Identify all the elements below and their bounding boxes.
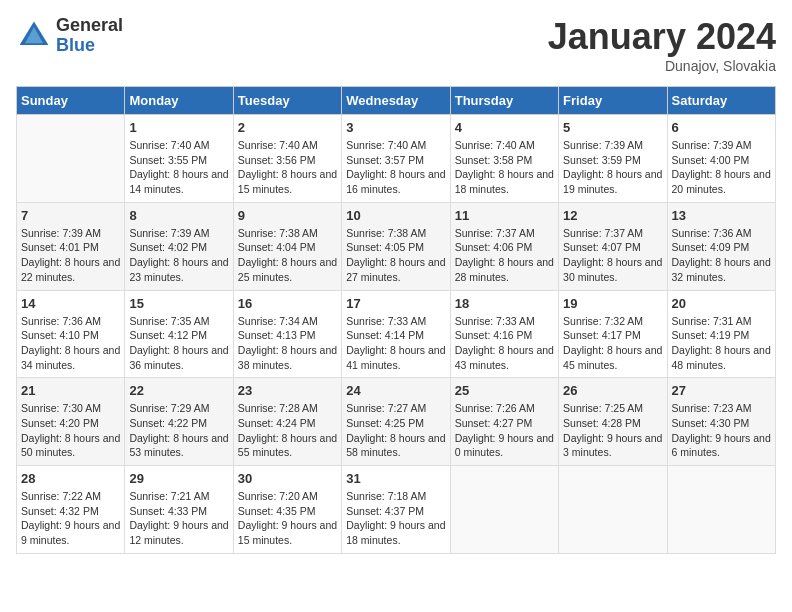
day-info: Sunrise: 7:21 AMSunset: 4:33 PMDaylight:… [129,489,228,548]
day-info: Sunrise: 7:39 AMSunset: 3:59 PMDaylight:… [563,138,662,197]
calendar-week-1: 1Sunrise: 7:40 AMSunset: 3:55 PMDaylight… [17,115,776,203]
calendar-cell [667,466,775,554]
location: Dunajov, Slovakia [548,58,776,74]
day-number: 4 [455,120,554,135]
day-info: Sunrise: 7:37 AMSunset: 4:07 PMDaylight:… [563,226,662,285]
day-number: 7 [21,208,120,223]
header-monday: Monday [125,87,233,115]
day-number: 9 [238,208,337,223]
title-block: January 2024 Dunajov, Slovakia [548,16,776,74]
day-info: Sunrise: 7:30 AMSunset: 4:20 PMDaylight:… [21,401,120,460]
calendar-cell: 31Sunrise: 7:18 AMSunset: 4:37 PMDayligh… [342,466,450,554]
calendar-cell: 4Sunrise: 7:40 AMSunset: 3:58 PMDaylight… [450,115,558,203]
day-info: Sunrise: 7:38 AMSunset: 4:04 PMDaylight:… [238,226,337,285]
day-info: Sunrise: 7:28 AMSunset: 4:24 PMDaylight:… [238,401,337,460]
day-info: Sunrise: 7:33 AMSunset: 4:14 PMDaylight:… [346,314,445,373]
calendar-cell: 19Sunrise: 7:32 AMSunset: 4:17 PMDayligh… [559,290,667,378]
day-info: Sunrise: 7:29 AMSunset: 4:22 PMDaylight:… [129,401,228,460]
day-info: Sunrise: 7:40 AMSunset: 3:55 PMDaylight:… [129,138,228,197]
calendar-week-2: 7Sunrise: 7:39 AMSunset: 4:01 PMDaylight… [17,202,776,290]
calendar-week-5: 28Sunrise: 7:22 AMSunset: 4:32 PMDayligh… [17,466,776,554]
calendar-cell: 24Sunrise: 7:27 AMSunset: 4:25 PMDayligh… [342,378,450,466]
calendar-cell: 29Sunrise: 7:21 AMSunset: 4:33 PMDayligh… [125,466,233,554]
day-number: 3 [346,120,445,135]
calendar-week-3: 14Sunrise: 7:36 AMSunset: 4:10 PMDayligh… [17,290,776,378]
calendar-header-row: SundayMondayTuesdayWednesdayThursdayFrid… [17,87,776,115]
calendar-cell: 13Sunrise: 7:36 AMSunset: 4:09 PMDayligh… [667,202,775,290]
calendar-cell: 2Sunrise: 7:40 AMSunset: 3:56 PMDaylight… [233,115,341,203]
day-number: 26 [563,383,662,398]
day-number: 6 [672,120,771,135]
calendar-cell: 23Sunrise: 7:28 AMSunset: 4:24 PMDayligh… [233,378,341,466]
calendar-cell: 20Sunrise: 7:31 AMSunset: 4:19 PMDayligh… [667,290,775,378]
day-info: Sunrise: 7:35 AMSunset: 4:12 PMDaylight:… [129,314,228,373]
calendar-cell: 18Sunrise: 7:33 AMSunset: 4:16 PMDayligh… [450,290,558,378]
day-info: Sunrise: 7:40 AMSunset: 3:56 PMDaylight:… [238,138,337,197]
day-number: 13 [672,208,771,223]
day-number: 25 [455,383,554,398]
calendar-cell: 17Sunrise: 7:33 AMSunset: 4:14 PMDayligh… [342,290,450,378]
day-number: 16 [238,296,337,311]
day-number: 22 [129,383,228,398]
day-number: 27 [672,383,771,398]
day-number: 11 [455,208,554,223]
day-info: Sunrise: 7:37 AMSunset: 4:06 PMDaylight:… [455,226,554,285]
day-info: Sunrise: 7:39 AMSunset: 4:01 PMDaylight:… [21,226,120,285]
day-info: Sunrise: 7:40 AMSunset: 3:57 PMDaylight:… [346,138,445,197]
calendar-cell [559,466,667,554]
logo-icon [16,18,52,54]
day-info: Sunrise: 7:38 AMSunset: 4:05 PMDaylight:… [346,226,445,285]
day-info: Sunrise: 7:36 AMSunset: 4:10 PMDaylight:… [21,314,120,373]
day-info: Sunrise: 7:31 AMSunset: 4:19 PMDaylight:… [672,314,771,373]
logo-general: General [56,16,123,36]
header-saturday: Saturday [667,87,775,115]
calendar-cell: 30Sunrise: 7:20 AMSunset: 4:35 PMDayligh… [233,466,341,554]
day-info: Sunrise: 7:36 AMSunset: 4:09 PMDaylight:… [672,226,771,285]
day-number: 23 [238,383,337,398]
day-info: Sunrise: 7:33 AMSunset: 4:16 PMDaylight:… [455,314,554,373]
calendar-cell: 5Sunrise: 7:39 AMSunset: 3:59 PMDaylight… [559,115,667,203]
calendar-cell: 21Sunrise: 7:30 AMSunset: 4:20 PMDayligh… [17,378,125,466]
calendar-cell: 16Sunrise: 7:34 AMSunset: 4:13 PMDayligh… [233,290,341,378]
day-number: 31 [346,471,445,486]
calendar-cell: 9Sunrise: 7:38 AMSunset: 4:04 PMDaylight… [233,202,341,290]
calendar-cell: 12Sunrise: 7:37 AMSunset: 4:07 PMDayligh… [559,202,667,290]
day-number: 10 [346,208,445,223]
calendar-cell: 1Sunrise: 7:40 AMSunset: 3:55 PMDaylight… [125,115,233,203]
logo-blue: Blue [56,36,123,56]
calendar-cell: 3Sunrise: 7:40 AMSunset: 3:57 PMDaylight… [342,115,450,203]
day-number: 12 [563,208,662,223]
day-number: 19 [563,296,662,311]
day-info: Sunrise: 7:39 AMSunset: 4:00 PMDaylight:… [672,138,771,197]
day-number: 5 [563,120,662,135]
calendar-cell: 6Sunrise: 7:39 AMSunset: 4:00 PMDaylight… [667,115,775,203]
day-info: Sunrise: 7:22 AMSunset: 4:32 PMDaylight:… [21,489,120,548]
calendar-cell: 8Sunrise: 7:39 AMSunset: 4:02 PMDaylight… [125,202,233,290]
day-number: 17 [346,296,445,311]
day-info: Sunrise: 7:18 AMSunset: 4:37 PMDaylight:… [346,489,445,548]
calendar-cell: 14Sunrise: 7:36 AMSunset: 4:10 PMDayligh… [17,290,125,378]
calendar-cell: 11Sunrise: 7:37 AMSunset: 4:06 PMDayligh… [450,202,558,290]
day-info: Sunrise: 7:23 AMSunset: 4:30 PMDaylight:… [672,401,771,460]
calendar-cell: 26Sunrise: 7:25 AMSunset: 4:28 PMDayligh… [559,378,667,466]
day-info: Sunrise: 7:27 AMSunset: 4:25 PMDaylight:… [346,401,445,460]
calendar-cell [17,115,125,203]
page-header: General Blue January 2024 Dunajov, Slova… [16,16,776,74]
day-number: 14 [21,296,120,311]
month-title: January 2024 [548,16,776,58]
day-info: Sunrise: 7:26 AMSunset: 4:27 PMDaylight:… [455,401,554,460]
header-wednesday: Wednesday [342,87,450,115]
day-number: 20 [672,296,771,311]
day-number: 24 [346,383,445,398]
header-sunday: Sunday [17,87,125,115]
day-info: Sunrise: 7:32 AMSunset: 4:17 PMDaylight:… [563,314,662,373]
calendar-cell: 25Sunrise: 7:26 AMSunset: 4:27 PMDayligh… [450,378,558,466]
calendar-cell: 22Sunrise: 7:29 AMSunset: 4:22 PMDayligh… [125,378,233,466]
day-info: Sunrise: 7:25 AMSunset: 4:28 PMDaylight:… [563,401,662,460]
day-number: 18 [455,296,554,311]
day-number: 1 [129,120,228,135]
day-number: 21 [21,383,120,398]
calendar-cell: 27Sunrise: 7:23 AMSunset: 4:30 PMDayligh… [667,378,775,466]
day-number: 30 [238,471,337,486]
day-number: 2 [238,120,337,135]
